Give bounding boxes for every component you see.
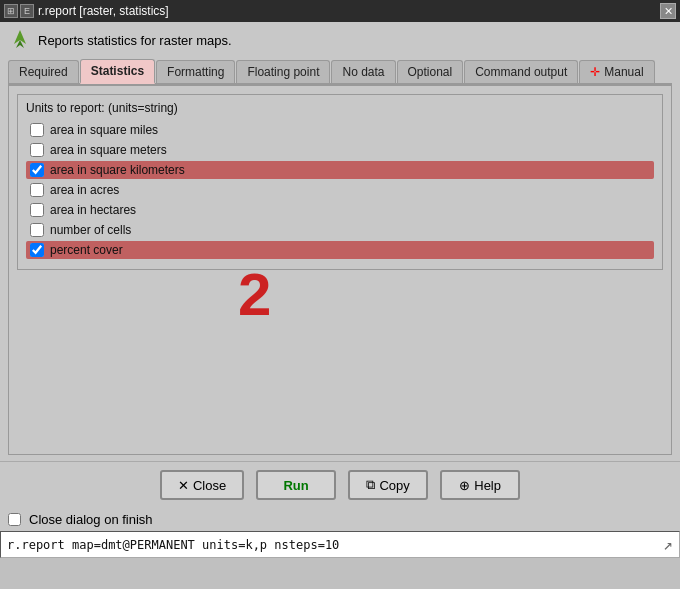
checkbox-hectares: area in hectares (26, 201, 654, 219)
checkbox-num-cells: number of cells (26, 221, 654, 239)
manual-icon: ✛ (590, 65, 600, 79)
tab-command-output[interactable]: Command output (464, 60, 578, 83)
checkbox-sq-miles-input[interactable] (30, 123, 44, 137)
footer-row: Close dialog on finish (0, 508, 680, 531)
status-bar-scroll-icon: ↗ (663, 535, 673, 554)
checkbox-sq-km: area in square kilometers (26, 161, 654, 179)
description-text: Reports statistics for raster maps. (38, 33, 232, 48)
run-button-label: Run (283, 478, 308, 493)
tab-required[interactable]: Required (8, 60, 79, 83)
content-wrapper: Units to report: (units=string) area in … (8, 85, 672, 455)
checkbox-hectares-input[interactable] (30, 203, 44, 217)
help-button-icon: ⊕ (459, 478, 470, 493)
checkbox-sq-meters-input[interactable] (30, 143, 44, 157)
checkbox-sq-miles: area in square miles (26, 121, 654, 139)
tab-statistics[interactable]: Statistics (80, 59, 155, 84)
checkbox-acres-input[interactable] (30, 183, 44, 197)
checkbox-acres-label: area in acres (50, 183, 119, 197)
checkbox-pct-cover-label: percent cover (50, 243, 123, 257)
help-button-label: Help (474, 478, 501, 493)
run-button[interactable]: Run (256, 470, 336, 500)
checkbox-sq-meters: area in square meters (26, 141, 654, 159)
status-bar-text: r.report map=dmt@PERMANENT units=k,p nst… (7, 538, 339, 552)
checkbox-sq-km-label: area in square kilometers (50, 163, 185, 177)
close-button-icon: ✕ (178, 478, 189, 493)
tab-manual[interactable]: ✛ Manual (579, 60, 654, 83)
checkbox-hectares-label: area in hectares (50, 203, 136, 217)
units-legend: Units to report: (units=string) (26, 101, 654, 115)
close-on-finish-checkbox[interactable] (8, 513, 21, 526)
checkbox-sq-miles-label: area in square miles (50, 123, 158, 137)
units-group: Units to report: (units=string) area in … (17, 94, 663, 270)
checkbox-acres: area in acres (26, 181, 654, 199)
window-close-button[interactable]: ✕ (660, 3, 676, 19)
description-row: Reports statistics for raster maps. (8, 28, 672, 52)
checkbox-num-cells-input[interactable] (30, 223, 44, 237)
title-bar: ⊞ E r.report [raster, statistics] ✕ (0, 0, 680, 22)
close-on-finish-label: Close dialog on finish (29, 512, 153, 527)
copy-button[interactable]: ⧉ Copy (348, 470, 428, 500)
statistics-content: Units to report: (units=string) area in … (8, 85, 672, 455)
grass-logo-icon (8, 28, 32, 52)
main-window: Reports statistics for raster maps. Requ… (0, 22, 680, 461)
checkbox-pct-cover-input[interactable] (30, 243, 44, 257)
app-icon-e2: E (20, 4, 34, 18)
tab-formatting[interactable]: Formatting (156, 60, 235, 83)
copy-button-label: Copy (379, 478, 409, 493)
window-title: r.report [raster, statistics] (38, 4, 169, 18)
checkbox-num-cells-label: number of cells (50, 223, 131, 237)
button-row: ✕ Close Run ⧉ Copy ⊕ Help (0, 461, 680, 508)
tab-bar: Required Statistics Formatting Floating … (8, 58, 672, 85)
title-bar-left: ⊞ E r.report [raster, statistics] (4, 4, 169, 18)
checkbox-sq-km-input[interactable] (30, 163, 44, 177)
help-button[interactable]: ⊕ Help (440, 470, 520, 500)
title-bar-icons: ⊞ E (4, 4, 34, 18)
app-icon-e: ⊞ (4, 4, 18, 18)
copy-button-icon: ⧉ (366, 477, 375, 493)
close-button[interactable]: ✕ Close (160, 470, 244, 500)
checkbox-pct-cover: percent cover (26, 241, 654, 259)
tab-no-data[interactable]: No data (331, 60, 395, 83)
status-bar: r.report map=dmt@PERMANENT units=k,p nst… (0, 531, 680, 558)
tab-floating-point[interactable]: Floating point (236, 60, 330, 83)
tab-optional[interactable]: Optional (397, 60, 464, 83)
checkbox-sq-meters-label: area in square meters (50, 143, 167, 157)
close-button-label: Close (193, 478, 226, 493)
